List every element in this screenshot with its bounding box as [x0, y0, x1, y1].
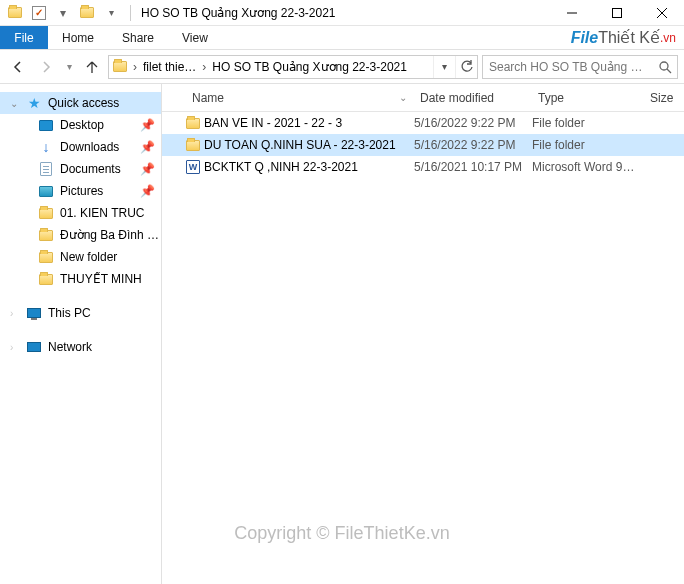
breadcrumb-seg-2[interactable]: HO SO TB Quảng Xương 22-3-2021 — [208, 60, 411, 74]
file-type: File folder — [532, 116, 644, 130]
back-button[interactable] — [6, 55, 30, 79]
column-headers: Name ⌄ Date modified Type Size — [162, 84, 684, 112]
sidebar-item-this-pc[interactable]: › This PC — [0, 302, 161, 324]
recent-dropdown[interactable]: ▾ — [62, 55, 76, 79]
view-tab[interactable]: View — [168, 26, 222, 49]
maximize-button[interactable] — [594, 0, 639, 26]
pin-icon: 📌 — [140, 184, 161, 198]
qat-chevron[interactable]: ▾ — [52, 2, 74, 24]
file-row[interactable]: DU TOAN Q.NINH SUA - 22-3-20215/16/2022 … — [162, 134, 684, 156]
folder-icon — [38, 227, 54, 243]
pin-icon: 📌 — [140, 118, 161, 132]
sidebar-item-newfolder[interactable]: New folder — [0, 246, 161, 268]
collapse-icon[interactable]: ⌄ — [10, 98, 20, 109]
svg-point-4 — [660, 62, 668, 70]
title-bar: ▾ ▾ HO SO TB Quảng Xương 22-3-2021 — [0, 0, 684, 26]
sidebar-item-kientruc[interactable]: 01. KIEN TRUC — [0, 202, 161, 224]
document-icon — [38, 161, 54, 177]
forward-button[interactable] — [34, 55, 58, 79]
download-icon: ↓ — [38, 139, 54, 155]
file-date: 5/16/2022 9:22 PM — [414, 116, 532, 130]
address-bar[interactable]: › filet thie… › HO SO TB Quảng Xương 22-… — [108, 55, 478, 79]
app-folder-icon — [76, 2, 98, 24]
file-type: File folder — [532, 138, 644, 152]
home-tab[interactable]: Home — [48, 26, 108, 49]
file-name: BAN VE IN - 2021 - 22 - 3 — [204, 116, 342, 130]
sidebar-item-network[interactable]: › Network — [0, 336, 161, 358]
properties-icon[interactable] — [28, 2, 50, 24]
sidebar-item-pictures[interactable]: Pictures 📌 — [0, 180, 161, 202]
close-button[interactable] — [639, 0, 684, 26]
window-title: HO SO TB Quảng Xương 22-3-2021 — [135, 6, 549, 20]
window-buttons — [549, 0, 684, 26]
share-tab[interactable]: Share — [108, 26, 168, 49]
folder-icon — [38, 271, 54, 287]
up-button[interactable] — [80, 55, 104, 79]
sidebar: ⌄ ★ Quick access Desktop 📌 ↓ Downloads 📌… — [0, 84, 162, 584]
quick-access-toolbar: ▾ ▾ — [0, 2, 126, 24]
refresh-button[interactable] — [455, 56, 477, 78]
chevron-right-icon[interactable]: › — [131, 60, 139, 74]
pin-icon: 📌 — [140, 140, 161, 154]
file-date: 5/16/2022 9:22 PM — [414, 138, 532, 152]
chevron-right-icon[interactable]: › — [200, 60, 208, 74]
search-box[interactable]: Search HO SO TB Quảng Xươ… — [482, 55, 678, 79]
desktop-icon — [38, 117, 54, 133]
sidebar-item-documents[interactable]: Documents 📌 — [0, 158, 161, 180]
svg-rect-1 — [612, 8, 621, 17]
pin-icon: 📌 — [140, 162, 161, 176]
breadcrumb-seg-1[interactable]: filet thie… — [139, 60, 200, 74]
folder-icon — [186, 118, 200, 129]
folder-icon — [4, 2, 26, 24]
expand-icon[interactable]: › — [10, 308, 20, 319]
file-list: BAN VE IN - 2021 - 22 - 35/16/2022 9:22 … — [162, 112, 684, 584]
file-type: Microsoft Word 9… — [532, 160, 644, 174]
sidebar-item-quick-access[interactable]: ⌄ ★ Quick access — [0, 92, 161, 114]
word-icon — [186, 160, 200, 174]
ribbon: File Home Share View FileThiết Kế.vn — [0, 26, 684, 50]
expand-icon[interactable]: › — [10, 342, 20, 353]
column-name[interactable]: Name ⌄ — [186, 84, 414, 111]
sidebar-item-badinh[interactable]: Đường Ba Đình 2022 — [0, 224, 161, 246]
nav-bar: ▾ › filet thie… › HO SO TB Quảng Xương 2… — [0, 50, 684, 84]
search-icon[interactable] — [653, 60, 677, 74]
network-icon — [26, 339, 42, 355]
column-date[interactable]: Date modified — [414, 84, 532, 111]
file-row[interactable]: BCKTKT Q ,NINH 22-3-20215/16/2021 10:17 … — [162, 156, 684, 178]
address-folder-icon — [109, 61, 131, 72]
pc-icon — [26, 305, 42, 321]
file-tab[interactable]: File — [0, 26, 48, 49]
file-row[interactable]: BAN VE IN - 2021 - 22 - 35/16/2022 9:22 … — [162, 112, 684, 134]
column-size[interactable]: Size — [644, 84, 684, 111]
main-pane: Name ⌄ Date modified Type Size BAN VE IN… — [162, 84, 684, 584]
search-placeholder: Search HO SO TB Quảng Xươ… — [483, 60, 653, 74]
folder-icon — [186, 140, 200, 151]
svg-line-5 — [667, 69, 671, 73]
qat-chevron-2[interactable]: ▾ — [100, 2, 122, 24]
folder-icon — [38, 205, 54, 221]
sidebar-item-desktop[interactable]: Desktop 📌 — [0, 114, 161, 136]
sidebar-item-downloads[interactable]: ↓ Downloads 📌 — [0, 136, 161, 158]
minimize-button[interactable] — [549, 0, 594, 26]
file-name: DU TOAN Q.NINH SUA - 22-3-2021 — [204, 138, 396, 152]
file-name: BCKTKT Q ,NINH 22-3-2021 — [204, 160, 358, 174]
column-type[interactable]: Type — [532, 84, 644, 111]
pictures-icon — [38, 183, 54, 199]
folder-icon — [38, 249, 54, 265]
column-checkbox[interactable] — [162, 84, 186, 111]
star-icon: ★ — [26, 95, 42, 111]
sort-indicator: ⌄ — [399, 92, 407, 103]
file-date: 5/16/2021 10:17 PM — [414, 160, 532, 174]
sidebar-item-thuyetminh[interactable]: THUYẾT MINH — [0, 268, 161, 290]
address-history-dropdown[interactable]: ▾ — [433, 56, 455, 78]
brand-logo: FileThiết Kế.vn — [571, 26, 684, 49]
